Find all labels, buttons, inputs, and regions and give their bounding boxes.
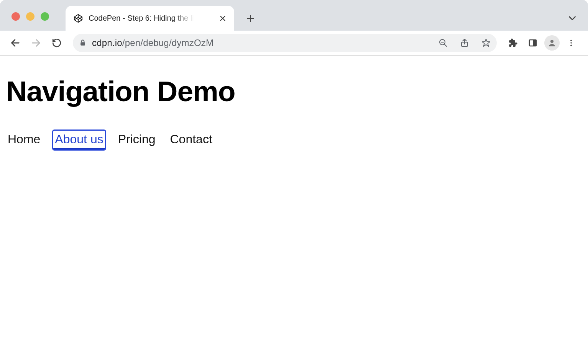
svg-line-11 <box>444 44 447 46</box>
tab-title: CodePen - Step 6: Hiding the li <box>89 14 194 23</box>
browser-tab[interactable]: CodePen - Step 6: Hiding the li <box>66 6 234 31</box>
url-path: /pen/debug/dymzOzM <box>122 38 214 48</box>
reload-button[interactable] <box>48 34 65 51</box>
browser-toolbar: cdpn.io/pen/debug/dymzOzM <box>0 31 588 55</box>
bookmark-icon[interactable] <box>481 38 491 48</box>
nav-link-pricing[interactable]: Pricing <box>117 131 157 149</box>
codepen-icon <box>73 13 83 23</box>
tab-list-button[interactable] <box>567 13 577 23</box>
window-minimize-button[interactable] <box>26 12 34 21</box>
page-viewport: Navigation Demo Home About us Pricing Co… <box>0 56 588 149</box>
new-tab-button[interactable] <box>242 10 259 27</box>
nav-link-home[interactable]: Home <box>6 131 42 149</box>
url-text: cdpn.io/pen/debug/dymzOzM <box>92 38 214 48</box>
close-tab-button[interactable] <box>218 14 227 23</box>
url-domain: cdpn.io <box>92 38 122 48</box>
window-zoom-button[interactable] <box>41 12 49 21</box>
nav-link-about[interactable]: About us <box>53 131 105 149</box>
extensions-button[interactable] <box>504 34 521 51</box>
page-title: Navigation Demo <box>6 75 582 108</box>
address-bar[interactable]: cdpn.io/pen/debug/dymzOzM <box>73 34 497 52</box>
svg-rect-9 <box>80 42 85 45</box>
profile-button[interactable] <box>544 35 560 51</box>
zoom-icon[interactable] <box>439 38 448 48</box>
browser-chrome: CodePen - Step 6: Hiding the li <box>0 0 588 56</box>
lock-icon <box>79 39 87 47</box>
svg-point-21 <box>570 45 572 46</box>
tab-strip: CodePen - Step 6: Hiding the li <box>0 0 588 31</box>
forward-button[interactable] <box>28 34 44 51</box>
side-panel-button[interactable] <box>524 34 541 51</box>
menu-button[interactable] <box>563 34 580 51</box>
nav-link-contact[interactable]: Contact <box>168 131 214 149</box>
svg-point-20 <box>570 42 572 44</box>
back-button[interactable] <box>7 34 24 51</box>
svg-marker-14 <box>482 39 490 46</box>
window-controls <box>11 12 49 21</box>
svg-point-19 <box>570 40 572 41</box>
window-close-button[interactable] <box>11 12 20 21</box>
share-icon[interactable] <box>460 38 469 48</box>
toolbar-right <box>504 34 581 51</box>
svg-rect-17 <box>534 40 536 46</box>
svg-point-18 <box>550 40 554 43</box>
main-nav: Home About us Pricing Contact <box>6 131 582 149</box>
